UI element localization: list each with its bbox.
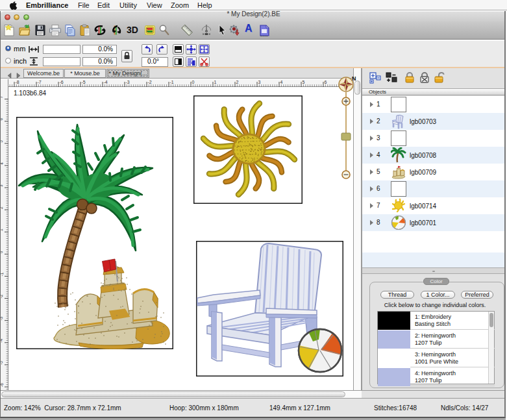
svg-text:-2: -2 bbox=[148, 80, 152, 84]
svg-text:-6: -6 bbox=[60, 80, 64, 84]
svg-text:-8: -8 bbox=[16, 80, 19, 84]
svg-text:6: 6 bbox=[325, 80, 327, 84]
svg-text:5: 5 bbox=[303, 80, 305, 84]
svg-text:0: 0 bbox=[192, 80, 195, 84]
svg-text:-3: -3 bbox=[126, 80, 130, 84]
svg-text:1: 1 bbox=[214, 80, 217, 84]
svg-text:N: N bbox=[352, 75, 356, 82]
svg-text:3: 3 bbox=[258, 80, 261, 84]
svg-text:-4: -4 bbox=[104, 80, 108, 84]
svg-text:-7: -7 bbox=[38, 80, 42, 84]
svg-text:-5: -5 bbox=[82, 80, 86, 84]
svg-text:4: 4 bbox=[280, 80, 283, 84]
svg-text:-1: -1 bbox=[170, 80, 174, 84]
svg-text:2: 2 bbox=[236, 80, 239, 84]
